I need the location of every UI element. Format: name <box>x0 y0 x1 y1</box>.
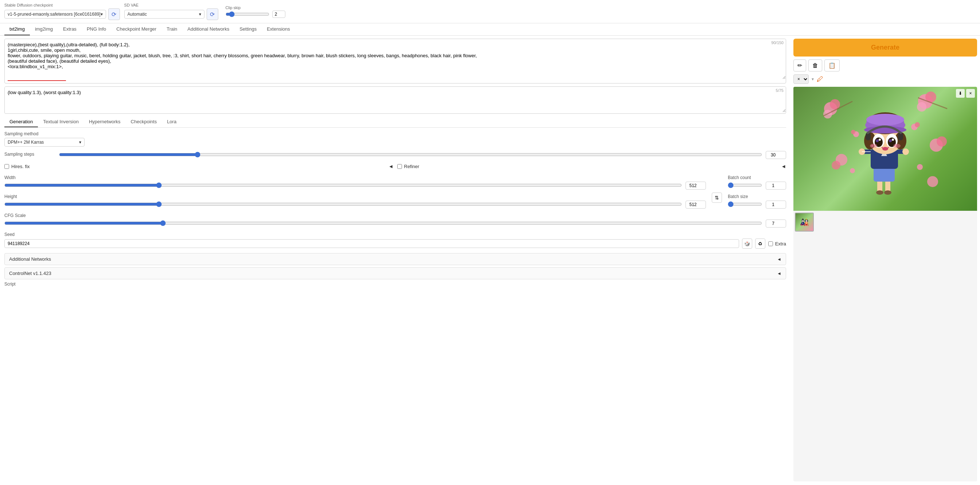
tab-train[interactable]: Train <box>161 23 182 35</box>
height-input[interactable]: 512 <box>686 201 706 209</box>
swap-button-container: ⇅ <box>712 175 722 213</box>
clip-skip-label: Clip skip <box>226 5 241 10</box>
recycle-icon: ♻ <box>758 241 762 247</box>
tab-img2img[interactable]: img2img <box>30 23 58 35</box>
seed-input[interactable]: 941189224 <box>4 239 739 248</box>
svg-point-39 <box>876 139 879 142</box>
svg-point-23 <box>902 148 909 155</box>
clip-skip-input[interactable]: 2 <box>272 11 285 18</box>
sampling-steps-input[interactable]: 30 <box>766 151 786 159</box>
paint-icon: 🖊 <box>817 75 823 83</box>
clipboard-icon: 📋 <box>828 62 836 69</box>
cfg-scale-input[interactable]: 7 <box>766 220 786 228</box>
negative-prompt-container: 5/75 <box>4 86 786 114</box>
clipboard-button[interactable]: 📋 <box>824 59 840 72</box>
batch-size-input[interactable]: 1 <box>766 201 786 209</box>
hires-fix-checkbox[interactable] <box>4 164 9 169</box>
vae-value: Automatic <box>127 12 147 17</box>
hires-fix-collapse-icon[interactable]: ◄ <box>388 163 394 169</box>
image-toolbar: ⬇ × <box>956 89 975 98</box>
interrupt-select[interactable]: × <box>794 74 809 84</box>
svg-point-15 <box>876 190 883 195</box>
sub-tab-textual-inversion[interactable]: Textual Inversion <box>38 117 84 127</box>
tab-extensions[interactable]: Extensions <box>262 23 295 35</box>
image-download-button[interactable]: ⬇ <box>956 89 965 98</box>
background-svg: ★ ★ <box>794 87 977 211</box>
additional-networks-header[interactable]: Additional Networks ◄ <box>4 253 786 265</box>
sub-tab-hypernetworks[interactable]: Hypernetworks <box>84 117 126 127</box>
width-section: Width 512 <box>4 175 706 190</box>
batch-count-slider[interactable] <box>728 182 762 188</box>
height-row: 512 <box>4 201 706 209</box>
tab-extras[interactable]: Extras <box>58 23 82 35</box>
dice-icon: 🎲 <box>744 241 750 247</box>
controlnet-label: ControlNet v1.1.423 <box>9 271 51 276</box>
vae-refresh-icon: ⟳ <box>210 11 215 18</box>
sampling-steps-slider[interactable] <box>59 152 762 158</box>
svg-point-40 <box>889 139 892 142</box>
paint-button[interactable]: 🖊 <box>817 75 823 83</box>
width-input[interactable]: 512 <box>686 182 706 190</box>
checkpoint-refresh-button[interactable]: ⟳ <box>108 8 120 20</box>
tab-settings[interactable]: Settings <box>234 23 262 35</box>
cfg-scale-slider-container <box>4 220 762 227</box>
clip-skip-slider[interactable] <box>226 11 269 17</box>
batch-size-slider[interactable] <box>728 201 762 207</box>
trash-button[interactable]: 🗑 <box>808 59 822 72</box>
generated-image-container: ★ ★ <box>794 87 977 211</box>
swap-dimensions-button[interactable]: ⇅ <box>712 193 722 203</box>
svg-point-42 <box>892 139 894 141</box>
sampling-method-section: Sampling method DPM++ 2M Karras ▾ <box>4 131 786 147</box>
action-buttons-row: ✏ 🗑 📋 <box>794 59 977 72</box>
width-row: 512 <box>4 182 706 190</box>
negative-prompt-input[interactable] <box>5 87 786 112</box>
height-slider[interactable] <box>4 201 682 207</box>
checkpoint-dropdown[interactable]: v1-5-pruned-emaonly.safetensors [6ce0161… <box>4 10 106 19</box>
sub-tab-generation[interactable]: Generation <box>4 117 38 127</box>
batch-section: Batch count 1 Batch size <box>728 175 786 213</box>
pencil-icon: ✏ <box>797 62 802 69</box>
refiner-checkbox[interactable] <box>397 164 402 169</box>
pencil-button[interactable]: ✏ <box>794 59 806 72</box>
generate-button[interactable]: Generate <box>794 39 977 56</box>
width-slider-container <box>4 182 682 189</box>
clip-skip-row: 2 <box>226 11 285 18</box>
sampling-steps-section: Sampling steps 30 <box>4 151 786 159</box>
positive-prompt-input[interactable] <box>5 39 786 79</box>
tab-txt2img[interactable]: txt2img <box>4 23 30 35</box>
right-panel: Generate ✏ 🗑 📋 × ▾ 🖊 <box>791 36 980 484</box>
image-close-icon: × <box>969 91 972 96</box>
tab-additional-networks[interactable]: Additional Networks <box>182 23 234 35</box>
batch-size-section: Batch size 1 <box>728 194 786 209</box>
vae-section: SD VAE Automatic ▾ ⟳ <box>124 3 218 20</box>
tab-png-info[interactable]: PNG Info <box>82 23 111 35</box>
sub-tab-lora[interactable]: Lora <box>162 117 181 127</box>
seed-recycle-button[interactable]: ♻ <box>755 238 765 249</box>
image-close-button[interactable]: × <box>966 89 975 98</box>
cfg-scale-slider[interactable] <box>4 220 762 226</box>
height-label: Height <box>4 194 706 199</box>
sub-tab-checkpoints[interactable]: Checkpoints <box>126 117 162 127</box>
svg-point-5 <box>917 102 926 112</box>
clip-skip-section: Clip skip 2 <box>226 5 285 18</box>
vae-dropdown[interactable]: Automatic ▾ <box>124 10 204 19</box>
batch-count-input[interactable]: 1 <box>766 182 786 190</box>
vae-refresh-button[interactable]: ⟳ <box>207 8 218 20</box>
batch-count-row: 1 <box>728 182 786 190</box>
thumbnail-1[interactable]: 🎎 <box>795 212 814 231</box>
seed-dice-button[interactable]: 🎲 <box>742 238 752 249</box>
svg-point-41 <box>879 139 881 141</box>
refresh-icon: ⟳ <box>111 11 116 18</box>
left-panel: 90/150 5/75 Generation Textual Inversion… <box>0 36 791 484</box>
controlnet-collapse-icon: ◄ <box>777 271 781 276</box>
batch-size-label: Batch size <box>728 194 786 199</box>
sampling-method-dropdown[interactable]: DPM++ 2M Karras ▾ <box>4 138 84 147</box>
width-slider[interactable] <box>4 182 682 188</box>
checkpoint-chevron-icon: ▾ <box>100 12 103 17</box>
tab-checkpoint-merger[interactable]: Checkpoint Merger <box>111 23 161 35</box>
controlnet-header[interactable]: ControlNet v1.1.423 ◄ <box>4 267 786 279</box>
trash-icon: 🗑 <box>812 62 818 69</box>
refiner-collapse-icon[interactable]: ◄ <box>781 163 786 169</box>
svg-point-10 <box>927 176 938 187</box>
extra-checkbox[interactable] <box>768 241 773 246</box>
